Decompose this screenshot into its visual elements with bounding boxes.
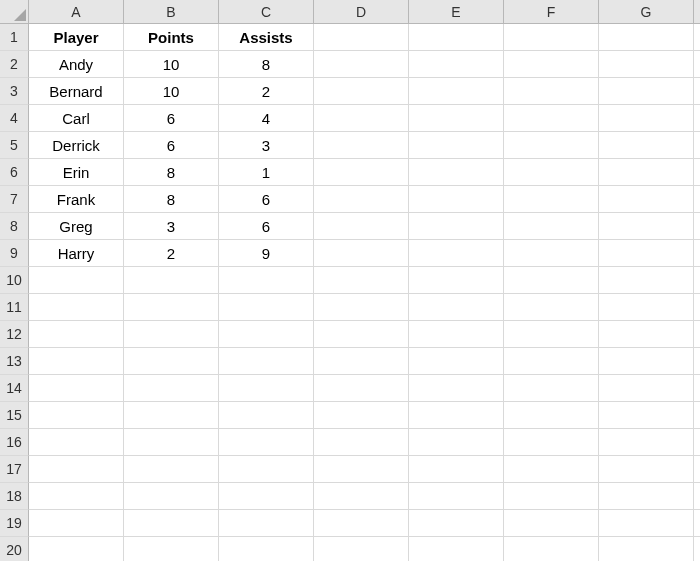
cell-A9[interactable]: Harry — [29, 240, 124, 267]
col-header-F[interactable]: F — [504, 0, 599, 24]
cell-G3[interactable] — [599, 78, 694, 105]
cell-G15[interactable] — [599, 402, 694, 429]
cell-B9[interactable]: 2 — [124, 240, 219, 267]
row-header-12[interactable]: 12 — [0, 321, 29, 348]
cell-F3[interactable] — [504, 78, 599, 105]
cell-B13[interactable] — [124, 348, 219, 375]
cell-D4[interactable] — [314, 105, 409, 132]
cell-A4[interactable]: Carl — [29, 105, 124, 132]
cell-F19[interactable] — [504, 510, 599, 537]
cell-G12[interactable] — [599, 321, 694, 348]
cell-D18[interactable] — [314, 483, 409, 510]
cell-C2[interactable]: 8 — [219, 51, 314, 78]
cell-F12[interactable] — [504, 321, 599, 348]
cell-G8[interactable] — [599, 213, 694, 240]
cell-E10[interactable] — [409, 267, 504, 294]
cell-B14[interactable] — [124, 375, 219, 402]
cell-A14[interactable] — [29, 375, 124, 402]
cell-C13[interactable] — [219, 348, 314, 375]
cell-E3[interactable] — [409, 78, 504, 105]
cell-A16[interactable] — [29, 429, 124, 456]
cell-E2[interactable] — [409, 51, 504, 78]
row-header-15[interactable]: 15 — [0, 402, 29, 429]
cell-E1[interactable] — [409, 24, 504, 51]
cell-D7[interactable] — [314, 186, 409, 213]
cell-E18[interactable] — [409, 483, 504, 510]
cell-B3[interactable]: 10 — [124, 78, 219, 105]
cell-E19[interactable] — [409, 510, 504, 537]
cell-F7[interactable] — [504, 186, 599, 213]
cell-D1[interactable] — [314, 24, 409, 51]
cell-D14[interactable] — [314, 375, 409, 402]
cell-F4[interactable] — [504, 105, 599, 132]
cell-E17[interactable] — [409, 456, 504, 483]
cell-F20[interactable] — [504, 537, 599, 561]
cell-A1[interactable]: Player — [29, 24, 124, 51]
cell-A3[interactable]: Bernard — [29, 78, 124, 105]
cell-C7[interactable]: 6 — [219, 186, 314, 213]
cell-D20[interactable] — [314, 537, 409, 561]
cell-E9[interactable] — [409, 240, 504, 267]
cell-F14[interactable] — [504, 375, 599, 402]
cell-B12[interactable] — [124, 321, 219, 348]
cell-E20[interactable] — [409, 537, 504, 561]
row-header-20[interactable]: 20 — [0, 537, 29, 561]
row-header-16[interactable]: 16 — [0, 429, 29, 456]
cell-E7[interactable] — [409, 186, 504, 213]
cell-B18[interactable] — [124, 483, 219, 510]
cell-F9[interactable] — [504, 240, 599, 267]
cell-A2[interactable]: Andy — [29, 51, 124, 78]
cell-D17[interactable] — [314, 456, 409, 483]
cell-C14[interactable] — [219, 375, 314, 402]
cell-F1[interactable] — [504, 24, 599, 51]
cell-A19[interactable] — [29, 510, 124, 537]
cell-G5[interactable] — [599, 132, 694, 159]
cell-G18[interactable] — [599, 483, 694, 510]
cell-G11[interactable] — [599, 294, 694, 321]
row-header-7[interactable]: 7 — [0, 186, 29, 213]
cell-F11[interactable] — [504, 294, 599, 321]
cell-C17[interactable] — [219, 456, 314, 483]
cell-C9[interactable]: 9 — [219, 240, 314, 267]
col-header-A[interactable]: A — [29, 0, 124, 24]
cell-A17[interactable] — [29, 456, 124, 483]
cell-C10[interactable] — [219, 267, 314, 294]
cell-A8[interactable]: Greg — [29, 213, 124, 240]
cell-B6[interactable]: 8 — [124, 159, 219, 186]
cell-F2[interactable] — [504, 51, 599, 78]
row-header-18[interactable]: 18 — [0, 483, 29, 510]
cell-D9[interactable] — [314, 240, 409, 267]
cell-A5[interactable]: Derrick — [29, 132, 124, 159]
cell-E8[interactable] — [409, 213, 504, 240]
cell-G6[interactable] — [599, 159, 694, 186]
cell-C8[interactable]: 6 — [219, 213, 314, 240]
cell-F16[interactable] — [504, 429, 599, 456]
cell-G16[interactable] — [599, 429, 694, 456]
cell-F8[interactable] — [504, 213, 599, 240]
cell-B8[interactable]: 3 — [124, 213, 219, 240]
cell-G13[interactable] — [599, 348, 694, 375]
cell-D10[interactable] — [314, 267, 409, 294]
row-header-13[interactable]: 13 — [0, 348, 29, 375]
cell-E14[interactable] — [409, 375, 504, 402]
cell-F13[interactable] — [504, 348, 599, 375]
row-header-14[interactable]: 14 — [0, 375, 29, 402]
cell-D15[interactable] — [314, 402, 409, 429]
cell-E16[interactable] — [409, 429, 504, 456]
cell-D5[interactable] — [314, 132, 409, 159]
cell-F5[interactable] — [504, 132, 599, 159]
cell-E6[interactable] — [409, 159, 504, 186]
row-header-19[interactable]: 19 — [0, 510, 29, 537]
cell-G19[interactable] — [599, 510, 694, 537]
row-header-11[interactable]: 11 — [0, 294, 29, 321]
row-header-2[interactable]: 2 — [0, 51, 29, 78]
cell-G14[interactable] — [599, 375, 694, 402]
cell-E12[interactable] — [409, 321, 504, 348]
cell-G2[interactable] — [599, 51, 694, 78]
cell-B20[interactable] — [124, 537, 219, 561]
row-header-5[interactable]: 5 — [0, 132, 29, 159]
row-header-3[interactable]: 3 — [0, 78, 29, 105]
cell-A6[interactable]: Erin — [29, 159, 124, 186]
cell-B4[interactable]: 6 — [124, 105, 219, 132]
cell-B1[interactable]: Points — [124, 24, 219, 51]
